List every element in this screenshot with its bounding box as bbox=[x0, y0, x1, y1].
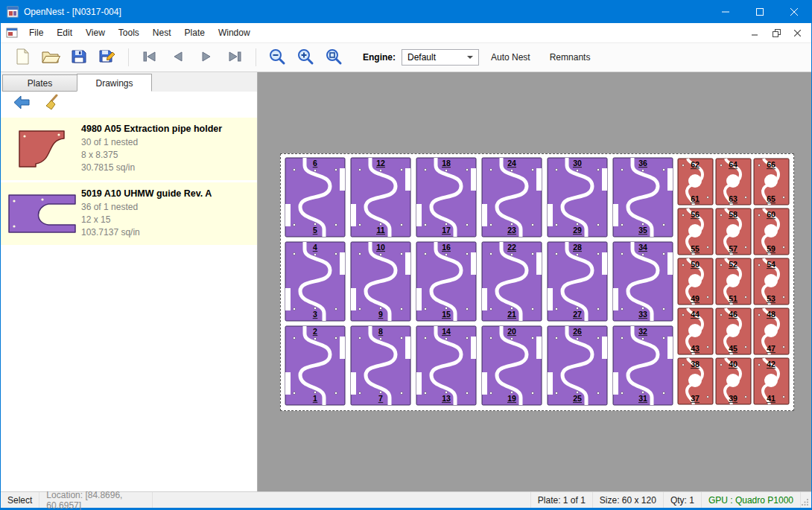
drawing-area: 30.7815 sq/in bbox=[81, 162, 253, 174]
svg-text:26: 26 bbox=[573, 327, 582, 336]
minimize-button[interactable] bbox=[708, 1, 743, 23]
svg-text:29: 29 bbox=[573, 226, 582, 235]
window-title: OpenNest - [N0317-004] bbox=[24, 7, 121, 17]
auto-nest-button[interactable]: Auto Nest bbox=[483, 47, 538, 68]
purple-part-pair[interactable]: 87 bbox=[351, 326, 410, 405]
svg-text:54: 54 bbox=[767, 260, 775, 269]
tab-plates[interactable]: Plates bbox=[2, 74, 77, 92]
status-mode: Select bbox=[1, 492, 39, 508]
menu-plate[interactable]: Plate bbox=[178, 23, 212, 42]
drawing-area: 103.7137 sq/in bbox=[81, 226, 253, 239]
purple-part-pair[interactable]: 2423 bbox=[482, 158, 542, 237]
mdi-close-button[interactable] bbox=[789, 26, 805, 39]
red-part-pair[interactable]: 4241 bbox=[754, 358, 789, 404]
purple-part-pair[interactable]: 3231 bbox=[613, 326, 673, 405]
svg-text:2: 2 bbox=[313, 327, 317, 336]
purple-part-pair[interactable]: 2625 bbox=[548, 326, 607, 405]
close-button[interactable] bbox=[777, 1, 811, 23]
nav-first-button[interactable] bbox=[136, 45, 163, 69]
engine-select[interactable]: Default bbox=[402, 49, 479, 66]
menu-file[interactable]: File bbox=[22, 23, 50, 42]
clear-drawings-button[interactable] bbox=[42, 95, 63, 114]
svg-text:47: 47 bbox=[767, 344, 775, 353]
drawing-item-4980[interactable]: 4980 A05 Extraction pipe holder 30 of 1 … bbox=[1, 118, 257, 180]
svg-text:7: 7 bbox=[378, 394, 383, 403]
document-icon bbox=[6, 27, 18, 39]
nav-previous-button[interactable] bbox=[165, 45, 191, 69]
svg-text:10: 10 bbox=[376, 243, 385, 252]
svg-text:27: 27 bbox=[573, 310, 582, 319]
purple-part-pair[interactable]: 1615 bbox=[416, 242, 476, 321]
menu-view[interactable]: View bbox=[79, 23, 112, 42]
svg-text:17: 17 bbox=[442, 226, 451, 235]
svg-text:30: 30 bbox=[573, 159, 582, 168]
purple-part-pair[interactable]: 109 bbox=[351, 242, 410, 321]
purple-part-pair[interactable]: 43 bbox=[285, 242, 345, 321]
red-part-pair[interactable]: 4443 bbox=[678, 308, 713, 354]
red-part-pair[interactable]: 5049 bbox=[678, 258, 713, 305]
broom-icon bbox=[44, 94, 62, 114]
red-part-pair[interactable]: 6463 bbox=[716, 159, 751, 205]
zoom-fit-button[interactable] bbox=[320, 45, 347, 69]
new-button[interactable] bbox=[9, 45, 36, 69]
zoom-in-icon bbox=[296, 48, 314, 68]
svg-text:31: 31 bbox=[638, 394, 647, 403]
menu-nest[interactable]: Nest bbox=[146, 23, 178, 42]
red-part-pair[interactable]: 5655 bbox=[678, 208, 713, 255]
red-part-pair[interactable]: 4847 bbox=[754, 308, 789, 354]
svg-text:36: 36 bbox=[638, 159, 647, 168]
red-part-pair[interactable]: 5857 bbox=[716, 208, 751, 255]
svg-text:46: 46 bbox=[729, 310, 738, 319]
purple-part-pair[interactable]: 21 bbox=[285, 326, 345, 405]
red-part-pair[interactable]: 6665 bbox=[754, 159, 789, 205]
purple-part-pair[interactable]: 3635 bbox=[613, 158, 673, 237]
red-part-pair[interactable]: 4039 bbox=[716, 358, 751, 404]
red-part-pair[interactable]: 6059 bbox=[754, 208, 789, 255]
purple-part-pair[interactable]: 3433 bbox=[613, 242, 673, 321]
nest-layout: 6512111817242330293635431091615222128273… bbox=[281, 154, 793, 410]
svg-text:61: 61 bbox=[691, 194, 700, 203]
menu-tools[interactable]: Tools bbox=[112, 23, 146, 42]
zoom-out-button[interactable] bbox=[264, 45, 291, 69]
open-button[interactable] bbox=[37, 45, 64, 69]
svg-text:12: 12 bbox=[376, 159, 385, 168]
sidebar-tabs: Plates Drawings bbox=[1, 72, 257, 92]
svg-text:32: 32 bbox=[638, 327, 647, 336]
remnants-button[interactable]: Remnants bbox=[542, 47, 598, 68]
import-drawings-button[interactable] bbox=[11, 95, 32, 114]
red-part-pair[interactable]: 6261 bbox=[678, 159, 713, 205]
tab-drawings[interactable]: Drawings bbox=[77, 74, 152, 92]
menu-window[interactable]: Window bbox=[212, 23, 257, 42]
svg-text:56: 56 bbox=[691, 210, 700, 219]
purple-part-pair[interactable]: 3029 bbox=[548, 158, 607, 237]
resize-grip[interactable] bbox=[801, 492, 811, 508]
mdi-restore-button[interactable] bbox=[768, 26, 784, 39]
menu-edit[interactable]: Edit bbox=[50, 23, 79, 42]
zoom-in-button[interactable] bbox=[292, 45, 319, 69]
maximize-button[interactable] bbox=[743, 1, 777, 23]
save-as-button[interactable] bbox=[94, 45, 121, 69]
purple-part-pair[interactable]: 2827 bbox=[548, 242, 607, 321]
nav-next-button[interactable] bbox=[193, 45, 220, 69]
save-button[interactable] bbox=[66, 45, 92, 69]
red-part-pair[interactable]: 4645 bbox=[716, 308, 751, 354]
status-size: Size: 60 x 120 bbox=[593, 492, 664, 508]
mdi-minimize-button[interactable] bbox=[747, 26, 764, 39]
red-part-pair[interactable]: 5251 bbox=[716, 258, 751, 305]
svg-text:18: 18 bbox=[442, 159, 451, 168]
nav-last-button[interactable] bbox=[221, 45, 248, 69]
purple-part-pair[interactable]: 2221 bbox=[482, 242, 542, 321]
svg-text:44: 44 bbox=[691, 310, 700, 319]
red-part-pair[interactable]: 3837 bbox=[678, 358, 713, 404]
purple-part-pair[interactable]: 1413 bbox=[416, 326, 476, 405]
red-part-pair[interactable]: 5453 bbox=[754, 258, 789, 305]
purple-part-pair[interactable]: 65 bbox=[285, 158, 345, 237]
nest-canvas[interactable]: 6512111817242330293635431091615222128273… bbox=[258, 72, 811, 491]
purple-part-pair[interactable]: 1817 bbox=[416, 158, 476, 237]
drawing-item-5019[interactable]: 5019 A10 UHMW guide Rev. A 36 of 1 neste… bbox=[1, 182, 257, 245]
purple-part-pair[interactable]: 2019 bbox=[482, 326, 542, 405]
svg-text:39: 39 bbox=[729, 394, 738, 403]
svg-text:55: 55 bbox=[691, 244, 700, 253]
plate[interactable]: 6512111817242330293635431091615222128273… bbox=[280, 153, 794, 411]
purple-part-pair[interactable]: 1211 bbox=[351, 158, 410, 237]
